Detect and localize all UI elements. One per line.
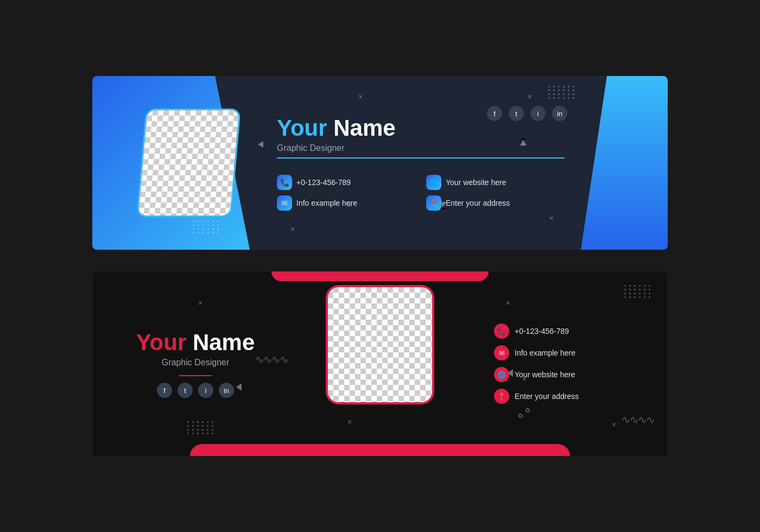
card2-left-content: Your Name Graphic Designer f t i in <box>114 271 277 456</box>
card1-name: Your Name <box>277 115 565 141</box>
card1-content: Your Name Graphic Designer 📞 +0-123-456-… <box>261 76 581 250</box>
card1-phone-item: 📞 +0-123-456-789 <box>277 175 415 190</box>
twitter-icon-2[interactable]: t <box>178 383 193 398</box>
card2-title: Graphic Designer <box>162 358 230 368</box>
photo-placeholder-1 <box>136 109 240 217</box>
card1-contact-grid: 📞 +0-123-456-789 🌐 Your website here ✉ I… <box>277 175 565 211</box>
phone-icon-1: 📞 <box>277 175 292 190</box>
facebook-icon-2[interactable]: f <box>157 383 172 398</box>
card2-info-item: ✉ Info example here <box>494 345 635 360</box>
email-icon-1: ✉ <box>277 195 292 211</box>
card2-phone: +0-123-456-789 <box>515 327 569 335</box>
address-icon-1: 📍 <box>426 195 441 211</box>
card1-phone: +0-123-456-789 <box>296 178 351 187</box>
linkedin-icon-2[interactable]: in <box>219 383 234 398</box>
red-underline <box>179 375 212 376</box>
card2-name-your: Your <box>136 330 193 355</box>
address-icon-2: 📍 <box>494 389 509 404</box>
red-bar-top <box>271 271 489 281</box>
card2-address-item: 📍 Enter your address <box>494 389 635 404</box>
card2-phone-item: 📞 +0-123-456-789 <box>494 324 635 339</box>
card1-info: Info example here <box>296 199 357 207</box>
card2-name: Your Name <box>136 330 255 356</box>
instagram-icon-2[interactable]: i <box>198 383 213 398</box>
card2-name-name: Name <box>193 330 255 355</box>
card1-website: Your website here <box>446 178 506 187</box>
card1-name-name: Name <box>333 115 395 141</box>
card1-title: Graphic Designer <box>277 143 565 159</box>
blue-shape-right <box>581 76 668 250</box>
card2-right-content: 📞 +0-123-456-789 ✉ Info example here 🌐 Y… <box>494 271 635 456</box>
card2-address: Enter your address <box>515 392 579 401</box>
email-icon-2: ✉ <box>494 345 509 360</box>
checker-pattern-2 <box>328 287 432 402</box>
card2-website-item: 🌐 Your website here <box>494 367 635 382</box>
card2-info: Info example here <box>515 349 575 357</box>
card1-address-item: 📍 Enter your address <box>426 195 565 211</box>
card1-info-item: ✉ Info example here <box>277 195 415 211</box>
card1-name-your: Your <box>277 115 333 141</box>
phone-icon-2: 📞 <box>494 324 509 339</box>
dots-bottom-left <box>193 220 220 233</box>
checker-pattern-1 <box>138 110 239 216</box>
card-red: × × × × × ∿∿∿∿ ∿∿∿∿ Your Name Graphic De… <box>92 271 668 456</box>
card-blue: × × × × × f t i in Your Name Graphic Des… <box>92 76 668 250</box>
photo-placeholder-2 <box>326 285 434 404</box>
card2-website: Your website here <box>515 370 575 379</box>
social-icons-2: f t i in <box>157 383 234 398</box>
x-mark-2-3: × <box>347 417 352 426</box>
website-icon-1: 🌐 <box>426 175 441 190</box>
card1-website-item: 🌐 Your website here <box>426 175 565 190</box>
website-icon-2: 🌐 <box>494 367 509 382</box>
card1-address: Enter your address <box>446 199 510 207</box>
